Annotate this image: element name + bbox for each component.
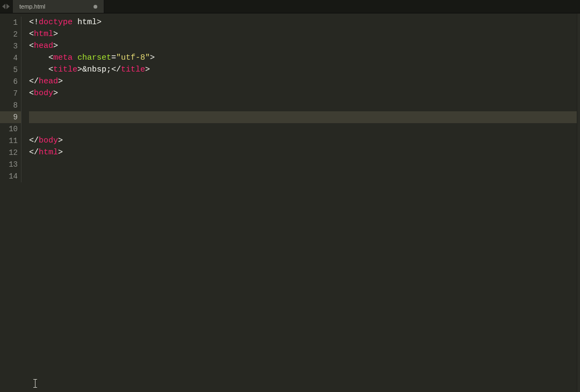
- code-token: "utf-8": [116, 53, 150, 62]
- tab-dirty-dot-icon: [94, 5, 97, 9]
- line-number[interactable]: 13: [0, 159, 22, 170]
- code-token: =: [111, 53, 116, 62]
- code-line[interactable]: [29, 170, 577, 182]
- code-line[interactable]: [29, 99, 577, 111]
- line-number[interactable]: 3: [0, 40, 22, 52]
- indent: [29, 65, 48, 74]
- line-number[interactable]: 10: [0, 123, 22, 135]
- code-text-area[interactable]: <!doctype html><html><head> <meta charse…: [26, 13, 577, 392]
- line-number-gutter[interactable]: 1234567891011121314: [0, 13, 26, 392]
- code-line[interactable]: <!doctype html>: [29, 17, 577, 28]
- line-number[interactable]: 1: [0, 17, 22, 28]
- editor-area: 1234567891011121314 <!doctype html><html…: [0, 13, 580, 392]
- code-token: </: [29, 148, 39, 157]
- code-token: charset: [77, 53, 111, 62]
- code-token: doctype: [39, 18, 73, 27]
- code-line[interactable]: <title>&nbsp;</title>: [29, 64, 577, 76]
- tab-nav-arrows: [0, 0, 13, 13]
- code-token: </: [29, 77, 39, 86]
- tab-history-back-icon[interactable]: [2, 4, 5, 9]
- code-line[interactable]: <body>: [29, 88, 577, 99]
- code-line[interactable]: <html>: [29, 28, 577, 40]
- tab-history-forward-icon[interactable]: [6, 4, 10, 9]
- code-token: [73, 18, 77, 27]
- code-token: >: [145, 65, 150, 74]
- code-line[interactable]: <meta charset="utf-8">: [29, 52, 577, 64]
- code-token: head: [34, 41, 53, 51]
- code-token: title: [53, 65, 77, 74]
- line-number[interactable]: 2: [0, 28, 22, 40]
- tab-label: temp.html: [19, 3, 90, 10]
- editor-window: temp.html 1234567891011121314 <!doctype …: [0, 0, 580, 392]
- code-token: <!: [29, 18, 39, 27]
- code-token: >: [53, 41, 58, 51]
- code-token: html: [34, 30, 53, 39]
- line-number[interactable]: 12: [0, 147, 22, 159]
- code-token: </: [29, 136, 39, 145]
- code-token: title: [121, 65, 145, 74]
- code-token: meta: [53, 53, 73, 62]
- code-line[interactable]: <head>: [29, 40, 577, 52]
- code-line[interactable]: </head>: [29, 76, 577, 88]
- code-token: html: [39, 148, 58, 157]
- line-number[interactable]: 9: [0, 111, 22, 123]
- line-number[interactable]: 4: [0, 52, 22, 64]
- line-number[interactable]: 7: [0, 88, 22, 99]
- code-line[interactable]: [29, 159, 577, 170]
- code-token: >&nbsp;</: [77, 65, 121, 74]
- line-number[interactable]: 11: [0, 135, 22, 147]
- line-number[interactable]: 14: [0, 170, 22, 182]
- line-number[interactable]: 5: [0, 64, 22, 76]
- code-token: head: [39, 77, 58, 86]
- code-token: >: [58, 136, 63, 145]
- code-token: body: [34, 89, 53, 98]
- indent: [29, 53, 48, 62]
- code-line[interactable]: </html>: [29, 147, 577, 159]
- code-token: >: [150, 53, 155, 62]
- code-token: >: [53, 30, 58, 39]
- code-token: <: [29, 30, 34, 39]
- code-token: >: [58, 148, 63, 157]
- line-number[interactable]: 8: [0, 99, 22, 111]
- code-line[interactable]: [29, 123, 577, 135]
- code-token: >: [97, 18, 102, 27]
- code-token: >: [53, 89, 58, 98]
- code-token: html: [77, 18, 97, 27]
- tab-temp-html[interactable]: temp.html: [13, 0, 104, 13]
- code-token: >: [58, 77, 63, 86]
- code-token: <: [29, 89, 34, 98]
- tab-bar: temp.html: [0, 0, 580, 13]
- minimap-scrollbar[interactable]: [577, 13, 580, 392]
- code-line[interactable]: [29, 111, 577, 123]
- code-token: body: [39, 136, 58, 145]
- code-token: <: [48, 53, 53, 62]
- code-token: <: [48, 65, 53, 74]
- line-number[interactable]: 6: [0, 76, 22, 88]
- code-token: <: [29, 41, 34, 51]
- code-token: [73, 53, 77, 62]
- code-line[interactable]: </body>: [29, 135, 577, 147]
